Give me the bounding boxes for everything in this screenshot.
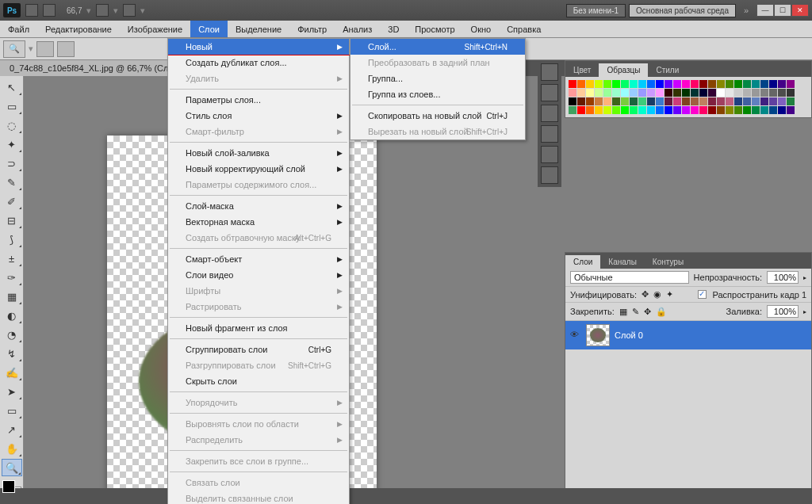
menu-item[interactable]: Новый корректирующий слой▶ [168,161,349,177]
visibility-icon[interactable]: 👁 [570,330,581,341]
swatch[interactable] [647,80,655,88]
swatch[interactable] [726,89,733,97]
swatch[interactable] [726,97,733,105]
swatch[interactable] [647,106,655,114]
menu-файл[interactable]: Файл [0,21,37,37]
unify-style-icon[interactable]: ✦ [666,289,673,300]
menu-3d[interactable]: 3D [380,21,407,37]
swatch[interactable] [630,80,638,88]
swatch[interactable] [743,89,751,97]
swatch[interactable] [569,80,576,88]
menu-просмотр[interactable]: Просмотр [407,21,462,37]
swatch[interactable] [778,106,786,114]
tool-0[interactable]: ↖ [2,78,22,96]
swatch[interactable] [612,97,620,105]
tool-2[interactable]: ◌ [2,116,22,134]
menu-справка[interactable]: Справка [499,21,549,37]
bridge-icon[interactable] [25,4,38,17]
swatch[interactable] [673,106,681,114]
opacity-input[interactable]: 100% [767,271,799,284]
swatch[interactable] [647,89,655,97]
menu-item[interactable]: Стиль слоя▶ [168,108,349,124]
swatch[interactable] [621,106,629,114]
swatch[interactable] [673,80,681,88]
tab-channels[interactable]: Каналы [600,255,645,269]
screen-mode-icon[interactable] [123,4,136,17]
tab-paths[interactable]: Контуры [645,255,691,269]
tool-14[interactable]: ↯ [2,345,22,362]
menu-изображение[interactable]: Изображение [120,21,190,37]
swatch[interactable] [603,80,611,88]
menu-item[interactable]: Скопировать на новый слойCtrl+J [350,108,525,124]
swatch[interactable] [595,80,603,88]
swatch[interactable] [682,97,690,105]
tool-9[interactable]: ± [2,250,22,267]
propagate-checkbox[interactable] [698,290,707,299]
workspace-button[interactable]: Основная рабочая среда [629,4,736,17]
swatch[interactable] [734,106,742,114]
swatch[interactable] [760,97,768,105]
swatch[interactable] [656,97,664,105]
swatch[interactable] [603,97,611,105]
swatch[interactable] [752,80,760,88]
swatch[interactable] [577,106,585,114]
collapsed-panel-icon[interactable] [541,125,558,143]
swatch[interactable] [682,106,690,114]
swatch[interactable] [760,89,768,97]
tool-4[interactable]: ⊃ [2,155,22,172]
collapsed-panel-icon[interactable] [541,63,558,81]
menu-окно[interactable]: Окно [463,21,500,37]
document-tab[interactable]: 0_74c88_c10e5f84_XL.jpg @ 66,7% (Сло [0,60,184,76]
arrange-icon[interactable] [96,4,109,17]
swatch[interactable] [717,106,725,114]
swatch[interactable] [691,97,699,105]
tool-11[interactable]: ▦ [2,288,22,305]
swatch[interactable] [734,80,742,88]
swatch[interactable] [760,106,768,114]
swatch[interactable] [699,89,707,97]
menu-фильтр[interactable]: Фильтр [289,21,335,37]
swatch[interactable] [612,89,620,97]
swatch[interactable] [769,89,777,97]
swatch[interactable] [752,97,760,105]
tool-10[interactable]: ✑ [2,269,22,286]
swatch[interactable] [708,97,716,105]
swatch[interactable] [569,89,576,97]
lock-pixels-icon[interactable]: ✎ [632,307,639,317]
swatch[interactable] [603,89,611,97]
swatch[interactable] [787,97,795,105]
unify-vis-icon[interactable]: ◉ [653,289,661,300]
tab-layers[interactable]: Слои [565,255,600,269]
swatch[interactable] [612,106,620,114]
swatch[interactable] [778,89,786,97]
swatch[interactable] [586,97,594,105]
swatch[interactable] [717,80,725,88]
swatch[interactable] [708,89,716,97]
menu-item[interactable]: Новый слой-заливка▶ [168,145,349,161]
lock-position-icon[interactable]: ✥ [644,307,651,317]
minimize-button[interactable]: — [756,4,774,17]
swatch[interactable] [691,106,699,114]
swatch[interactable] [734,89,742,97]
swatch[interactable] [726,106,733,114]
menu-слои[interactable]: Слои [190,21,228,37]
layer-name[interactable]: Слой 0 [615,330,643,340]
tab-color[interactable]: Цвет [565,63,599,77]
menu-item[interactable]: Слой-маска▶ [168,198,349,214]
swatch[interactable] [586,89,594,97]
menu-item[interactable]: Новый▶ [168,39,349,55]
swatch[interactable] [630,97,638,105]
swatch[interactable] [708,80,716,88]
swatch[interactable] [577,97,585,105]
menu-выделение[interactable]: Выделение [228,21,289,37]
swatch[interactable] [743,97,751,105]
swatch[interactable] [691,80,699,88]
swatch[interactable] [778,97,786,105]
tool-12[interactable]: ◐ [2,307,22,324]
tool-19[interactable]: ✋ [2,440,22,457]
swatch[interactable] [665,106,672,114]
swatch[interactable] [569,97,576,105]
doc-name-button[interactable]: Без имени-1 [566,4,626,17]
swatch[interactable] [743,106,751,114]
swatch[interactable] [778,80,786,88]
